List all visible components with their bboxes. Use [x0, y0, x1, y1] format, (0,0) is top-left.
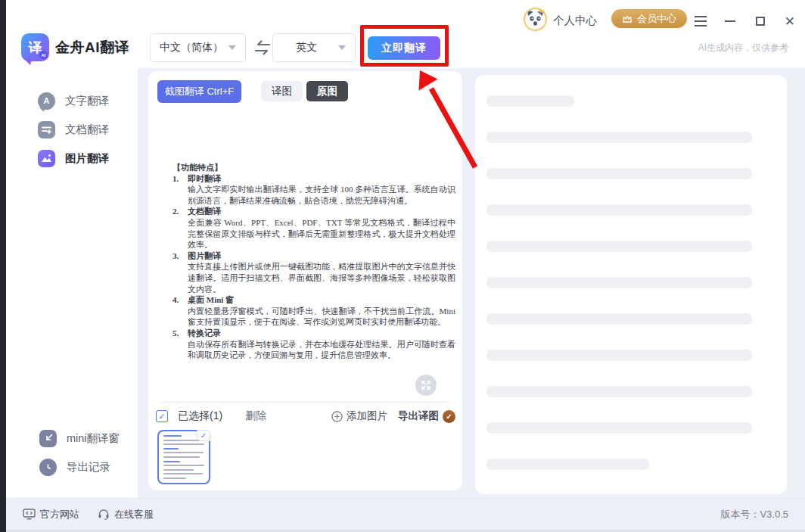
screenshot-translate-button[interactable]: 截图翻译 Ctrl+F [157, 80, 241, 103]
placeholder-bar [486, 132, 752, 143]
source-language-select[interactable]: 中文（简体） [150, 33, 246, 62]
placeholder-bar [486, 241, 752, 252]
source-language-value: 中文（简体） [160, 41, 223, 54]
placeholder-bar [486, 95, 574, 107]
mini-window-icon [39, 430, 57, 447]
swap-languages-icon[interactable] [253, 39, 272, 57]
panda-avatar-icon [525, 9, 545, 30]
clock-icon [39, 459, 57, 476]
sidebar-item-export-history[interactable]: 导出记录 [6, 454, 138, 480]
feature-body: 输入文字即实时输出翻译结果，支持全球 100 多种语言互译。系统自动识别源语言，… [188, 184, 455, 206]
image-thumbnail[interactable]: ✓ [157, 430, 210, 484]
close-button[interactable]: ✕ [782, 13, 798, 30]
window-edge [0, 0, 6, 532]
app-logo: 译 AI 金舟AI翻译 [21, 33, 129, 61]
feature-heading: 图片翻译 [188, 250, 221, 262]
document-preview: 【功能特点】 1.即时翻译 输入文字即实时输出翻译结果，支持全球 100 多种语… [172, 162, 455, 361]
menu-icon[interactable] [692, 13, 709, 30]
select-all-checkbox[interactable]: ✓ [156, 410, 168, 422]
toggle-translated-image[interactable]: 译图 [261, 81, 303, 101]
translation-result-panel [475, 75, 787, 494]
feature-heading: 即时翻译 [188, 173, 221, 185]
feature-heading: 转换记录 [188, 328, 221, 339]
chevron-down-icon [338, 45, 346, 50]
feature-body: 支持直接上传图片或使用一键截图功能，精准提取图片中的文字信息并快速翻译。适用于扫… [188, 261, 455, 294]
feature-body: 自动保存所有翻译与转换记录，并在本地缓存处理结果。用户可随时查看和调取历史记录，… [188, 339, 455, 361]
fullscreen-expand-button[interactable] [415, 375, 437, 396]
delete-button[interactable]: 删除 [245, 409, 266, 423]
feature-body: 内置轻量悬浮窗模式，可随时呼出、快速翻译，不干扰当前工作流。Mini 窗支持置顶… [188, 306, 455, 328]
feature-heading: 文档翻译 [188, 206, 221, 217]
minimize-button[interactable] [722, 13, 738, 30]
sidebar: 译 AI 金舟AI翻译 A 文字翻译 文档翻译 图片翻译 mini翻译窗 导出记… [6, 0, 138, 498]
expand-arrows-icon [421, 380, 431, 390]
selection-toolbar: ✓ 已选择(1) 删除 添加图片 导出译图 ✓ [156, 408, 455, 425]
document-title: 【功能特点】 [172, 162, 455, 173]
placeholder-bar [486, 386, 752, 397]
divider [160, 402, 451, 403]
user-center-link[interactable]: 个人中心 [553, 14, 597, 28]
chevron-down-icon [228, 45, 236, 50]
toggle-original-image[interactable]: 原图 [306, 81, 348, 101]
avatar[interactable] [524, 8, 547, 31]
translate-now-button[interactable]: 立即翻译 [368, 36, 440, 60]
add-circle-icon [331, 411, 343, 422]
placeholder-bar [486, 313, 752, 325]
sidebar-item-image-translate[interactable]: 图片翻译 [6, 145, 138, 171]
monitor-icon [23, 509, 36, 520]
target-language-select[interactable]: 英文 [272, 33, 356, 62]
crown-icon [622, 14, 632, 23]
online-support-link[interactable]: 在线客服 [98, 508, 154, 521]
feature-heading: 桌面 Mini 窗 [188, 294, 234, 306]
sidebar-item-text-translate[interactable]: A 文字翻译 [6, 88, 138, 114]
footer-bar: 官方网站 在线客服 版本号：V3.0.5 [6, 498, 805, 532]
version-label: 版本号：V3.0.5 [720, 508, 788, 521]
placeholder-bar [486, 459, 649, 470]
sidebar-item-doc-translate[interactable]: 文档翻译 [6, 117, 138, 142]
headset-icon [98, 509, 110, 520]
feature-body: 全面兼容 Word、PPT、Excel、PDF、TXT 等常见文档格式，翻译过程… [188, 217, 455, 250]
maximize-button[interactable] [752, 13, 769, 30]
app-logo-icon: 译 AI [21, 33, 49, 61]
export-translated-image-button[interactable]: 导出译图 ✓ [398, 409, 455, 423]
image-preview-panel: 截图翻译 Ctrl+F 译图 原图 【功能特点】 1.即时翻译 输入文字即实时输… [148, 71, 462, 490]
sidebar-item-mini-window[interactable]: mini翻译窗 [6, 425, 138, 451]
placeholder-bar [486, 204, 752, 216]
placeholder-bar [486, 168, 752, 179]
member-center-label: 会员中心 [637, 12, 676, 26]
thumbnail-selected-check: ✓ [197, 430, 210, 441]
text-translate-icon: A [38, 92, 55, 110]
target-language-value: 英文 [296, 41, 317, 54]
app-title: 金舟AI翻译 [55, 38, 129, 58]
window-controls: ✕ [692, 12, 798, 30]
placeholder-bar [486, 350, 752, 361]
official-website-link[interactable]: 官方网站 [23, 508, 79, 521]
vip-badge-icon: ✓ [443, 410, 455, 423]
ai-content-notice: AI生成内容，仅供参考 [598, 42, 788, 54]
placeholder-bar [486, 422, 752, 434]
placeholder-bar [486, 277, 752, 288]
add-image-button[interactable]: 添加图片 [331, 409, 387, 423]
doc-translate-icon [38, 121, 55, 138]
view-toggle: 译图 原图 [261, 81, 348, 101]
selected-count: 已选择(1) [178, 409, 222, 423]
image-translate-icon [38, 150, 55, 167]
member-center-button[interactable]: 会员中心 [611, 9, 687, 28]
